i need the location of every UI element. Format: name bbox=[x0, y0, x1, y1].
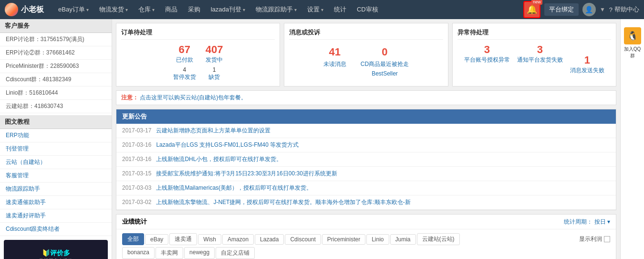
bell-icon: 🔔 bbox=[527, 4, 537, 15]
stats-panel: 业绩统计 统计周期： 按日 ▾ 全部eBay速卖通WishAmazonLazad… bbox=[116, 214, 616, 259]
panels-row: 订单待处理 67 已付款 4 暂停发货 407 发货中 1 bbox=[116, 23, 616, 86]
platform-tab-newegg[interactable]: newegg bbox=[184, 247, 215, 259]
notice-prefix: 注意： bbox=[121, 94, 138, 101]
update-link[interactable]: 上线新物流东擎物流、J-NET捷网，授权后即可在线打单发货。顺丰海外仓增加了仓库… bbox=[156, 198, 410, 206]
update-item: 2017-03-02上线新物流东擎物流、J-NET捷网，授权后即可在线打单发货。… bbox=[116, 195, 616, 210]
sidebar-tutorial-item[interactable]: ERP功能 bbox=[0, 129, 112, 142]
order-sub-label-pause[interactable]: 暂停发货 bbox=[173, 73, 196, 81]
update-item: 2017-03-16Lazada平台LGS 支持LGS-FM01,LGS-FM4… bbox=[116, 138, 616, 152]
profit-checkbox[interactable] bbox=[604, 236, 610, 242]
platform-tab-bonanza[interactable]: bonanza bbox=[122, 247, 155, 259]
bell-button[interactable]: 🔔 new bbox=[523, 1, 540, 18]
anomaly-num-ship: 3 bbox=[517, 43, 563, 56]
msg-label-unread[interactable]: 未读消息 bbox=[323, 60, 346, 68]
platform-tab-丰卖网[interactable]: 丰卖网 bbox=[156, 247, 183, 259]
platform-tab-全部[interactable]: 全部 bbox=[122, 233, 144, 245]
msg-label-cd-1[interactable]: CD商品最近被抢走 bbox=[361, 60, 409, 68]
anomaly-label-msg[interactable]: 消息发送失败 bbox=[570, 66, 604, 75]
qq-group-button[interactable]: 🐧 加入QQ群 bbox=[621, 25, 644, 62]
qq-label: 加入QQ群 bbox=[623, 46, 642, 59]
nav-item-统计[interactable]: 统计 bbox=[329, 0, 351, 19]
sidebar-tutorial-item[interactable]: 物流跟踪助手 bbox=[0, 183, 112, 196]
anomaly-label-ship[interactable]: 通知平台发货失败 bbox=[517, 56, 563, 64]
platform-tab-云建站(云站)[interactable]: 云建站(云站) bbox=[417, 233, 460, 245]
platform-tab-Cdiscount[interactable]: Cdiscount bbox=[285, 234, 321, 245]
nav-item-设置[interactable]: 设置▾ bbox=[302, 0, 328, 19]
anomaly-msg: 1 消息发送失败 bbox=[570, 43, 604, 75]
display-profit: 显示利润 bbox=[574, 235, 610, 243]
sidebar-customer-item: PriceMinister群：228590063 bbox=[0, 60, 112, 73]
stats-header: 业绩统计 统计周期： 按日 ▾ bbox=[116, 215, 616, 229]
help-label: 帮助中心 bbox=[614, 5, 639, 14]
update-link[interactable]: 云建站新增静态页面和上方菜单单位置的设置 bbox=[156, 127, 270, 135]
platform-tab-eBay[interactable]: eBay bbox=[145, 234, 168, 245]
platform-tab-Priceminister[interactable]: Priceminister bbox=[322, 234, 365, 245]
nav-item-物流跟踪助手[interactable]: 物流跟踪助手▾ bbox=[251, 0, 301, 19]
update-date: 2017-03-15 bbox=[122, 170, 151, 177]
platform-bind-button[interactable]: 平台绑定 bbox=[544, 3, 579, 16]
stats-period-value[interactable]: 按日 bbox=[594, 218, 606, 225]
order-num-shipping: 407 bbox=[206, 43, 223, 56]
nav-item-商品[interactable]: 商品 bbox=[160, 0, 182, 19]
display-profit-label: 显示利润 bbox=[579, 235, 602, 243]
sidebar-tutorial-item[interactable]: 刊登管理 bbox=[0, 142, 112, 156]
user-avatar[interactable]: 👤 bbox=[582, 3, 596, 16]
anomaly-label-auth[interactable]: 平台账号授权异常 bbox=[464, 56, 510, 64]
update-link[interactable]: 上线新物流Mailamericas(美邮），授权后即可在线打单发货。 bbox=[156, 184, 312, 192]
sidebar-customer-item: Cdiscount群：481382349 bbox=[0, 73, 112, 86]
nav-item-采购[interactable]: 采购 bbox=[183, 0, 205, 19]
tutorial-items: ERP功能刊登管理云站（自建站）客服管理物流跟踪助手速卖通催款助手速卖通好评助手… bbox=[0, 129, 112, 236]
msg-label-cd-2[interactable]: BestSeller bbox=[361, 70, 409, 77]
sidebar-tutorial-item[interactable]: 速卖通催款助手 bbox=[0, 196, 112, 209]
new-badge: new bbox=[531, 0, 542, 5]
update-link[interactable]: 上线新物流DHL小包，授权后即可在线打单发货。 bbox=[156, 155, 282, 163]
nav-item-lazada刊登[interactable]: lazada刊登▾ bbox=[206, 0, 250, 19]
update-link[interactable]: Lazada平台LGS 支持LGS-FM01,LGS-FM40 等发货方式 bbox=[156, 141, 299, 149]
nav-caret: ▾ bbox=[125, 7, 128, 12]
nav-item-CD审核[interactable]: CD审核 bbox=[352, 0, 383, 19]
sidebar-tutorial-item[interactable]: Cdiscount跟卖终结者 bbox=[0, 223, 112, 236]
nav-items: eBay订单▾物流发货▾仓库▾商品采购lazada刊登▾物流跟踪助手▾设置▾统计… bbox=[53, 0, 523, 19]
anomaly-num-auth: 3 bbox=[464, 43, 510, 56]
stats-period-caret[interactable]: ▾ bbox=[607, 218, 610, 225]
update-item: 2017-03-03上线新物流Mailamericas(美邮），授权后即可在线打… bbox=[116, 181, 616, 195]
sidebar-customer-item: Linio群：516810644 bbox=[0, 86, 112, 100]
topnav: 小老板 eBay订单▾物流发货▾仓库▾商品采购lazada刊登▾物流跟踪助手▾设… bbox=[0, 0, 644, 19]
order-stat-shipping: 407 发货中 1 缺货 bbox=[206, 43, 223, 81]
notice-link[interactable]: 点击这里可以购买云站(自建站)包年套餐。 bbox=[140, 94, 247, 101]
nav-caret: ▾ bbox=[86, 7, 89, 12]
update-item: 2017-03-17云建站新增静态页面和上方菜单单位置的设置 bbox=[116, 124, 616, 138]
sidebar-tutorial-item[interactable]: 云站（自建站） bbox=[0, 156, 112, 169]
platform-tab-Amazon[interactable]: Amazon bbox=[222, 234, 254, 245]
platform-tab-速卖通[interactable]: 速卖通 bbox=[169, 233, 197, 245]
sidebar-tutorial-item[interactable]: 速卖通好评助手 bbox=[0, 209, 112, 223]
msg-stats: 41 未读消息 0 CD商品最近被抢走 BestSeller bbox=[289, 43, 443, 77]
nav-caret: ▾ bbox=[152, 7, 155, 12]
nav-right: 🔔 new 平台绑定 👤 ▼ ? 帮助中心 bbox=[523, 1, 639, 18]
update-link[interactable]: 接受邮宝系统维护通知:将于3月15日23:30至3月16日00:30进行系统更新 bbox=[156, 170, 337, 178]
order-label-shipping[interactable]: 发货中 bbox=[206, 56, 223, 64]
order-label-paid[interactable]: 已付款 bbox=[173, 56, 196, 64]
stats-period-label: 统计周期： bbox=[564, 218, 592, 225]
order-sub-shortage: 1 缺货 bbox=[206, 66, 223, 81]
help-center-button[interactable]: ? 帮助中心 bbox=[609, 5, 639, 14]
logo[interactable]: 小老板 bbox=[5, 3, 44, 16]
anomaly-panel: 异常待处理 3 平台账号授权异常 3 通知平台发货失败 1 消息发送失败 bbox=[452, 23, 616, 86]
platform-tab-Jumia[interactable]: Jumia bbox=[390, 234, 416, 245]
update-date: 2017-03-02 bbox=[122, 199, 151, 205]
nav-item-物流发货[interactable]: 物流发货▾ bbox=[94, 0, 133, 19]
platform-tabs-row1: 全部eBay速卖通WishAmazonLazadaCdiscountPricem… bbox=[116, 229, 616, 245]
platform-tab-Lazada[interactable]: Lazada bbox=[255, 234, 284, 245]
sidebar-tutorial-item[interactable]: 客服管理 bbox=[0, 169, 112, 183]
platform-tab-Linio[interactable]: Linio bbox=[366, 234, 389, 245]
right-panel: 收起 🐧 加入QQ群 bbox=[620, 19, 644, 259]
nav-item-eBay订单[interactable]: eBay订单▾ bbox=[53, 0, 93, 19]
platform-tabs-row2: bonanza丰卖网newegg自定义店铺 bbox=[116, 245, 616, 259]
nav-separator: ▼ bbox=[600, 6, 605, 13]
platform-tab-自定义店铺[interactable]: 自定义店铺 bbox=[216, 247, 255, 259]
logo-icon bbox=[5, 3, 18, 16]
order-sub-label-shortage[interactable]: 缺货 bbox=[206, 73, 223, 81]
sidebar-ad[interactable]: 🔰评价多 马蹄网安全插件 bbox=[4, 240, 108, 259]
platform-tab-Wish[interactable]: Wish bbox=[198, 234, 221, 245]
nav-item-仓库[interactable]: 仓库▾ bbox=[134, 0, 159, 19]
